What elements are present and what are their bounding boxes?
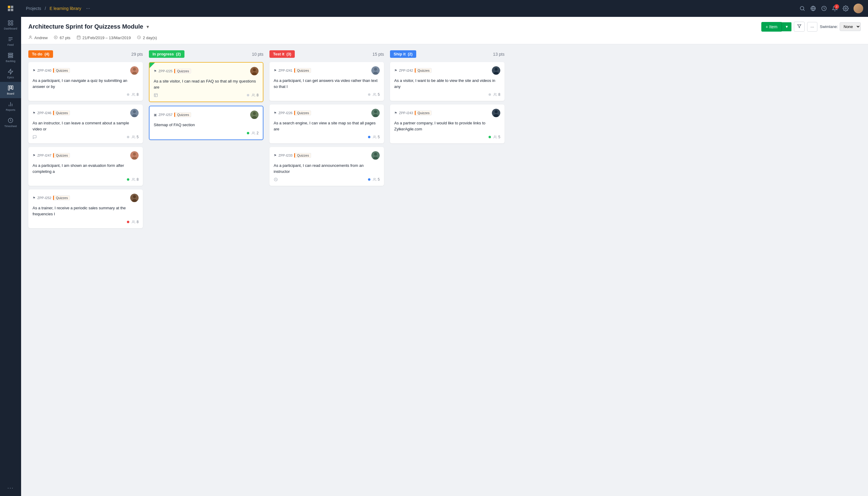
globe-icon[interactable] — [810, 5, 816, 12]
sidebar-item-dashboard[interactable]: Dashboard — [0, 17, 21, 33]
sidebar-item-backlog[interactable]: Backlog — [0, 49, 21, 66]
sprint-meta: Andrew 67 pts 21/Feb/201 — [28, 35, 861, 44]
flag-icon: ⚑ — [394, 111, 397, 115]
card-id: ZPP-I247 — [38, 154, 51, 157]
card-zpp-i252[interactable]: ⚑ ZPP-I252 Quizzes As a trainer — [28, 189, 143, 228]
priority-dot — [127, 136, 129, 138]
card-zpp-i233[interactable]: ⚑ ZPP-I233 Quizzes As a partici — [269, 147, 384, 186]
card-header: ⚑ ZPP-I241 Quizzes — [274, 66, 380, 75]
svg-point-28 — [133, 153, 136, 156]
card-footer: 8 — [154, 93, 258, 97]
column-pts-testit: 15 pts — [373, 52, 384, 57]
card-avatar — [371, 109, 380, 117]
card-id: ZPP-I226 — [279, 111, 293, 115]
card-zpp-i225[interactable]: ⚑ ZPP-I225 Quizzes As a site vi — [149, 62, 264, 102]
topnav-projects[interactable]: Projects — [26, 6, 41, 11]
add-item-button[interactable]: + Item — [761, 22, 781, 32]
priority-dot — [368, 136, 370, 138]
card-footer: 8 — [32, 92, 139, 97]
app-logo[interactable] — [0, 0, 21, 17]
search-icon[interactable] — [799, 5, 805, 12]
column-header-shipit: Ship it (2) 13 pts — [390, 50, 505, 58]
svg-point-49 — [374, 110, 377, 113]
flag-icon: ⚑ — [32, 111, 35, 115]
card-zpp-i226[interactable]: ⚑ ZPP-I226 Quizzes As a search — [269, 105, 384, 143]
sidebar: Dashboard Feed Backlog Epics Board — [0, 0, 21, 496]
card-header-left: ⚑ ZPP-I226 Quizzes — [274, 110, 311, 115]
topnav-current-project[interactable]: E learning library — [49, 6, 81, 11]
board-columns: To do (4) 29 pts ⚑ ZPP-I240 Quizzes — [28, 50, 861, 232]
sprint-title-row: Architecture Sprint for Quizzess Module … — [28, 22, 861, 32]
svg-point-47 — [374, 93, 375, 95]
meta-dates: 21/Feb/2019 – 13/Mar/2019 — [77, 35, 131, 40]
card-header-left: ⚑ ZPP-I242 Quizzes — [394, 68, 432, 73]
user-avatar[interactable] — [854, 4, 863, 13]
flag-icon: ⚑ — [32, 196, 35, 200]
card-avatar — [130, 151, 139, 160]
sidebar-item-reports[interactable]: Reports — [0, 98, 21, 114]
card-header: ⚑ ZPP-I225 Quizzes — [154, 67, 258, 75]
settings-icon[interactable] — [843, 5, 849, 12]
sidebar-more[interactable]: ··· — [7, 485, 14, 491]
inprogress-corner-flag — [149, 63, 155, 68]
card-zpp-i246[interactable]: ⚑ ZPP-I246 Quizzes As an instru — [28, 105, 143, 143]
svg-rect-0 — [9, 21, 10, 22]
card-header-left: ⚑ ZPP-I241 Quizzes — [274, 68, 311, 73]
card-zpp-i243[interactable]: ⚑ ZPP-I243 Quizzes As a partner — [390, 105, 505, 143]
comment-icon — [32, 135, 37, 139]
flag-icon: ⚑ — [394, 69, 397, 73]
svg-point-34 — [133, 221, 134, 222]
sidebar-item-label: Reports — [6, 108, 15, 111]
card-footer: 5 — [274, 135, 380, 139]
card-zpp-i247[interactable]: ⚑ ZPP-I247 Quizzes As a partici — [28, 147, 143, 186]
card-zpp-i242[interactable]: ⚑ ZPP-I242 Quizzes As a visitor — [390, 62, 505, 101]
card-avatar — [371, 151, 380, 160]
card-header: ⚑ ZPP-I240 Quizzes — [32, 66, 139, 75]
flag-icon: ⚑ — [274, 154, 277, 157]
card-footer: 8 — [32, 177, 139, 182]
sidebar-item-label: Timesheet — [4, 125, 17, 128]
notifications[interactable]: 2 — [832, 5, 838, 12]
card-header: ⚑ ZPP-I247 Quizzes — [32, 151, 139, 160]
sprint-title-caret[interactable]: ▼ — [146, 25, 150, 29]
clock-icon[interactable] — [821, 5, 827, 12]
column-header-testit: Test it (3) 15 pts — [269, 50, 384, 58]
card-footer: 8 — [32, 220, 139, 224]
add-item-dropdown[interactable]: ▼ — [781, 22, 791, 31]
card-text: As a participant, I can get answers via … — [274, 78, 380, 90]
sidebar-item-epics[interactable]: Epics — [0, 66, 21, 82]
card-id: ZPP-I225 — [159, 69, 173, 73]
card-avatar — [250, 67, 258, 75]
priority-dot — [247, 132, 249, 134]
topnav-more[interactable]: ··· — [86, 6, 90, 11]
priority-dot — [489, 136, 491, 138]
more-options-button[interactable]: ··· — [807, 22, 817, 32]
priority-dot — [368, 178, 370, 181]
sidebar-item-board[interactable]: Board — [0, 82, 21, 98]
svg-point-45 — [374, 68, 377, 71]
card-header-left: ⚑ ZPP-I246 Quizzes — [32, 110, 70, 115]
swimlane-select[interactable]: None — [840, 22, 861, 31]
card-tag: Quizzes — [294, 68, 311, 73]
svg-point-41 — [253, 112, 256, 115]
svg-point-56 — [374, 178, 375, 180]
filter-button[interactable] — [794, 22, 805, 32]
sidebar-item-timesheet[interactable]: Timesheet — [0, 114, 21, 131]
sidebar-item-feed[interactable]: Feed — [0, 33, 21, 49]
sidebar-item-label: Feed — [8, 43, 14, 46]
card-header: ⚑ ZPP-I246 Quizzes — [32, 109, 139, 117]
card-points: 5 — [373, 177, 380, 182]
card-id: ZPP-I246 — [38, 111, 51, 115]
card-text: As a participant, I can read announcemen… — [274, 162, 380, 174]
card-text: As a site visitor, I can read an FAQ so … — [154, 78, 258, 90]
swimlane-selector: Swimlane: None — [820, 22, 861, 31]
column-header-todo: To do (4) 29 pts — [28, 50, 143, 58]
column-header-inprogress: In progress (2) 10 pts — [149, 50, 264, 58]
svg-point-51 — [374, 136, 375, 137]
card-avatar — [130, 66, 139, 75]
card-zpp-i240[interactable]: ⚑ ZPP-I240 Quizzes As a partici — [28, 62, 143, 101]
card-points: 8 — [132, 177, 139, 182]
card-points: 8 — [132, 220, 139, 224]
card-zpp-i241[interactable]: ⚑ ZPP-I241 Quizzes As a partici — [269, 62, 384, 101]
card-zpp-i257[interactable]: ▣ ZPP-I257 Quizzes Sitemap of F — [149, 106, 264, 140]
